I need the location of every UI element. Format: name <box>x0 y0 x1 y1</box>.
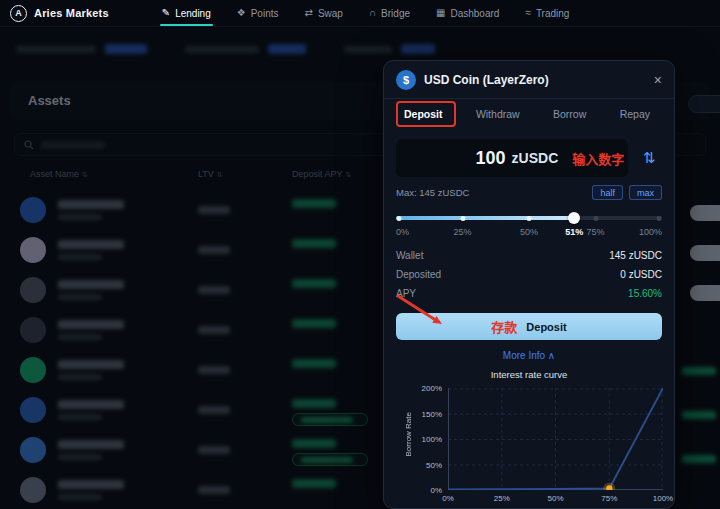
slider-tick <box>460 216 465 221</box>
modal-header: $ USD Coin (LayerZero) × <box>384 61 674 99</box>
chart-title: Interest rate curve <box>384 369 674 381</box>
slider-tick <box>593 216 598 221</box>
amount-row: 100 zUSDC 输入数字 ⇅ <box>396 139 662 177</box>
deposited-label: Deposited <box>396 269 441 280</box>
amount-unit: zUSDC <box>512 150 559 166</box>
chart-plot <box>448 388 663 490</box>
max-label: Max: 145 zUSDC <box>396 187 469 198</box>
tab-deposit[interactable]: Deposit <box>404 108 443 120</box>
swap-icon: ⇄ <box>305 8 313 18</box>
deposited-value: 0 zUSDC <box>620 269 662 280</box>
main-nav: ✎Lending❖Points⇄Swap∩Bridge▦Dashboard≈Tr… <box>149 0 583 26</box>
modal-tabs: Deposit Withdraw Borrow Repay <box>384 99 674 129</box>
y-tick: 50% <box>384 460 442 469</box>
x-tick: 75% <box>601 494 617 503</box>
top-nav: A Aries Markets ✎Lending❖Points⇄Swap∩Bri… <box>0 0 720 27</box>
pencil-icon: ✎ <box>162 8 170 18</box>
close-icon[interactable]: × <box>654 73 662 87</box>
points-icon: ❖ <box>237 8 246 18</box>
nav-item-label: Swap <box>318 8 343 19</box>
slider-current-value: 51% <box>564 227 584 237</box>
wallet-row: Wallet 145 zUSDC <box>396 246 662 265</box>
amount-slider[interactable] <box>396 212 662 224</box>
slider-label: 75% <box>586 227 604 237</box>
usdc-coin-icon: $ <box>396 70 416 90</box>
dashboard-icon: ▦ <box>436 8 445 18</box>
nav-item-label: Points <box>251 8 279 19</box>
slider-tick <box>657 216 662 221</box>
brand[interactable]: A Aries Markets <box>10 5 109 22</box>
wallet-value: 145 zUSDC <box>609 250 662 261</box>
x-tick: 100% <box>653 494 673 503</box>
toggle-unit-icon[interactable]: ⇅ <box>636 145 662 171</box>
nav-item-lending[interactable]: ✎Lending <box>149 0 224 26</box>
slider-tick <box>527 216 532 221</box>
x-tick: 50% <box>547 494 563 503</box>
deposited-row: Deposited 0 zUSDC <box>396 265 662 284</box>
slider-tick <box>397 216 402 221</box>
deposit-modal: $ USD Coin (LayerZero) × Deposit Withdra… <box>383 60 675 509</box>
nav-item-label: Bridge <box>381 8 410 19</box>
x-tick: 25% <box>494 494 510 503</box>
y-tick: 0% <box>384 486 442 495</box>
apy-value: 15.60% <box>628 288 662 299</box>
interest-rate-chart: Borrow Rate 200% 150% 100% 50% 0% <box>384 386 674 509</box>
nav-item-swap[interactable]: ⇄Swap <box>292 0 356 26</box>
slider-label: 50% <box>520 227 538 237</box>
tab-repay[interactable]: Repay <box>620 108 650 120</box>
nav-item-label: Lending <box>175 8 211 19</box>
bridge-icon: ∩ <box>369 8 376 18</box>
x-tick: 0% <box>442 494 454 503</box>
brand-name: Aries Markets <box>34 7 109 19</box>
apy-row: APY 15.60% <box>396 284 662 303</box>
half-button[interactable]: half <box>592 185 623 200</box>
more-info-link[interactable]: More Info ∧ <box>384 350 674 362</box>
tab-borrow[interactable]: Borrow <box>553 108 586 120</box>
amount-value: 100 <box>476 148 506 169</box>
y-tick: 200% <box>384 384 442 393</box>
tab-withdraw[interactable]: Withdraw <box>476 108 520 120</box>
modal-title: USD Coin (LayerZero) <box>424 73 549 87</box>
deposit-button[interactable]: 存款 Deposit <box>396 313 662 340</box>
wallet-label: Wallet <box>396 250 423 261</box>
max-button[interactable]: max <box>629 185 662 200</box>
deposit-button-area: 存款 Deposit <box>396 313 662 340</box>
slider-labels: 0% 25% 50% 75% 100% 51% <box>396 227 662 238</box>
nav-item-points[interactable]: ❖Points <box>224 0 292 26</box>
deposit-button-label: Deposit <box>526 321 566 333</box>
max-row: Max: 145 zUSDC half max <box>396 185 662 200</box>
trading-icon: ≈ <box>525 8 531 18</box>
slider-label: 100% <box>639 227 662 237</box>
y-tick: 150% <box>384 409 442 418</box>
nav-item-trading[interactable]: ≈Trading <box>512 0 582 26</box>
amount-input[interactable]: 100 zUSDC 输入数字 <box>396 139 628 177</box>
aries-logo-icon: A <box>10 5 27 22</box>
annotation-input-hint: 输入数字 <box>572 149 624 168</box>
nav-item-label: Trading <box>536 8 570 19</box>
nav-item-bridge[interactable]: ∩Bridge <box>356 0 423 26</box>
slider-label: 25% <box>453 227 471 237</box>
annotation-deposit-hint: 存款 <box>491 317 517 336</box>
nav-item-label: Dashboard <box>450 8 499 19</box>
nav-item-dashboard[interactable]: ▦Dashboard <box>423 0 512 26</box>
slider-fill <box>396 216 574 220</box>
apy-label: APY <box>396 288 416 299</box>
y-tick: 100% <box>384 435 442 444</box>
position-info: Wallet 145 zUSDC Deposited 0 zUSDC APY 1… <box>396 246 662 303</box>
slider-label: 0% <box>396 227 409 237</box>
slider-thumb[interactable] <box>568 212 580 224</box>
